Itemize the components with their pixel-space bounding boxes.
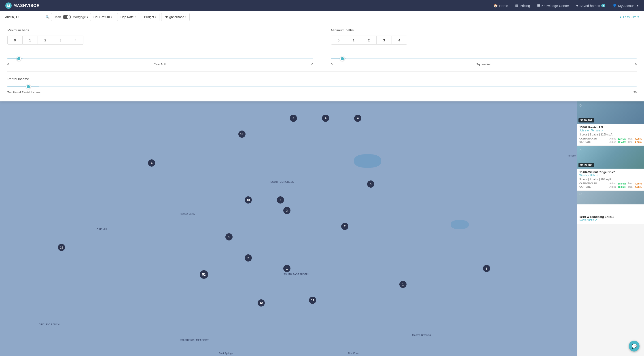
pricing-icon: ▦ [515,4,518,8]
cluster-4b[interactable]: 4 [322,115,329,122]
financing-toggle: Cash Mortgage ▾ [54,15,88,19]
trad-cap-1: 4.96% [635,141,642,143]
cluster-12[interactable]: 12 [258,299,265,306]
search-input[interactable] [5,15,44,19]
external-link-icon-2: ↗ [596,174,598,177]
airbnb-cap-1: 12.46% [618,141,626,143]
cluster-2a[interactable]: 2 [245,254,252,262]
rental-income-labels: Traditional Rental Income $0 [8,91,636,94]
trad-cap-2: 4.75% [635,186,642,188]
cluster-1b[interactable]: 1 [283,265,290,272]
sqft-labels: 0 Square feet 0 [331,63,636,66]
cap-rate-filter[interactable]: Cap Rate ▾ [117,13,139,21]
knowledge-icon: ☰ [537,4,540,8]
year-built-slider-container [8,56,313,61]
budget-filter[interactable]: Budget ▾ [141,13,160,21]
navbar: M MASHVISOR 🏠 Home ▦ Pricing ☰ Knowledge… [0,0,644,11]
beds-0-button[interactable]: 0 [8,36,22,45]
cluster-2b[interactable]: 2 [341,223,348,230]
search-box[interactable]: 🔍 [3,13,52,21]
cap-rate-values-2: Airbnb 10.86% Trad. 4.75% [610,186,642,188]
rental-income-fill [8,86,39,87]
cluster-3b[interactable]: 3 [283,207,290,214]
baths-2-button[interactable]: 2 [361,36,376,45]
cluster-1a[interactable]: 1 [226,233,232,241]
favorite-icon-2[interactable]: ♡ [579,148,582,152]
cluster-11[interactable]: 11 [309,297,316,304]
cluster-4a[interactable]: 4 [148,159,155,166]
cluster-9[interactable]: 9 [277,196,284,204]
chevron-down-icon: ▾ [637,4,639,8]
cluster-5[interactable]: 5 [367,181,374,188]
heart-nav-icon: ♥ [576,4,578,8]
map-label-southpark-meadows: SOUTHPARK MEADOWS [180,339,209,341]
cluster-52[interactable]: 52 [200,270,208,279]
beds-3-button[interactable]: 3 [53,36,68,45]
year-built-center-label: Year Built [154,63,166,66]
cluster-1c[interactable]: 1 [399,281,406,288]
property-neighborhood-1[interactable]: Johnston Terrace ↗ [580,129,642,132]
baths-0-button[interactable]: 0 [331,36,346,45]
cluster-10b[interactable]: 10 [245,196,252,204]
rental-income-thumb[interactable] [26,84,31,89]
airbnb-cap-2: 10.86% [618,186,626,188]
nav-menu: 🏠 Home ▦ Pricing ☰ Knowledge Center ♥ Sa… [494,4,639,8]
year-built-min-label: 0 [8,63,9,66]
cash-mortgage-toggle[interactable] [63,15,71,19]
baths-3-button[interactable]: 3 [376,36,392,45]
map-label-oak-hill: OAK HILL [96,228,108,231]
coc-row-2: CASH ON CASH Airbnb 10.86% Trad. 4.75% [580,182,642,185]
coc-row-1: CASH ON CASH Airbnb 12.46% Trad. 4.96% [580,137,642,140]
chevron-up-icon: ▲ [619,15,622,19]
beds-1-button[interactable]: 1 [22,36,38,45]
cap-rate-values-1: Airbnb 12.46% Trad. 4.96% [610,141,642,143]
coc-return-filter[interactable]: CoC Return ▾ [90,13,116,21]
nav-saved-homes[interactable]: ♥ Saved homes 8 [576,4,606,8]
property-card-1[interactable]: ♡ $189,999 15302 Parrish LN Johnston Ter… [577,101,644,145]
year-built-max-label: 0 [312,63,313,66]
baths-4-button[interactable]: 4 [392,36,407,45]
beds-2-button[interactable]: 2 [38,36,53,45]
cluster-10a[interactable]: 10 [238,130,246,138]
logo[interactable]: M MASHVISOR [5,3,40,9]
map-water-feature-2 [451,220,469,229]
beds-selector: 0 1 2 3 4 [8,36,313,45]
cluster-8[interactable]: 8 [483,265,490,272]
cluster-25[interactable]: 25 [58,244,65,251]
rental-income-label: Rental Income [8,77,636,81]
property-info-1: 15302 Parrish LN Johnston Terrace ↗ 3 be… [577,124,644,145]
coc-values-1: Airbnb 12.46% Trad. 4.96% [610,137,642,140]
year-built-thumb[interactable] [16,56,21,61]
less-filters-button[interactable]: ▲ Less Filters [617,14,641,20]
map-background[interactable]: OAK HILL SOUTH CONGRESS SOUTH EAST AUSTI… [0,101,644,356]
property-card-2[interactable]: ♡ $159,900 11404 Walnut Ridge Dr #7 Wind… [577,146,644,190]
filter-bar: 🔍 Cash Mortgage ▾ CoC Return ▾ Cap Rate … [0,11,644,23]
trad-rental-value: $0 [634,91,636,94]
sqft-thumb[interactable] [340,56,344,61]
filter-panel: Minimum beds 0 1 2 3 4 Minimum baths 0 1… [0,23,644,101]
map-label-bluff-springs: Bluff Springs [219,352,233,355]
neighborhood-filter[interactable]: Neighborhood ▾ [161,13,190,21]
min-baths-group: Minimum baths 0 1 2 3 4 [331,28,636,45]
chat-button[interactable]: 💬 [629,341,640,351]
rental-income-section: Rental Income Traditional Rental Income … [8,71,636,94]
favorite-icon-1[interactable]: ♡ [579,103,582,107]
airbnb-coc-1: 12.46% [618,137,626,140]
nav-home[interactable]: 🏠 Home [494,4,508,8]
cluster-4c[interactable]: 4 [354,115,361,122]
property-neighborhood-3[interactable]: North Austin ↗ [580,219,642,222]
beds-4-button[interactable]: 4 [68,36,84,45]
sqft-track [331,58,636,59]
baths-1-button[interactable]: 1 [346,36,361,45]
property-neighborhood-2[interactable]: Windsor Hills ↗ [580,174,642,177]
map-label-pilot-knob: Pilot Knob [348,352,359,355]
cluster-3[interactable]: 3 [290,115,297,122]
property-details-2: 3 beds | 2 baths | 963 sq.ft [580,178,642,181]
sqft-center-label: Square feet [476,63,491,66]
trad-coc-1: 4.96% [635,137,642,140]
nav-pricing[interactable]: ▦ Pricing [515,4,530,8]
property-card-3[interactable]: ♡ 1010 W Rundberg LN #18 North Austin ↗ [577,191,644,224]
nav-my-account[interactable]: 👤 My Account ▾ [612,4,639,8]
nav-knowledge-center[interactable]: ☰ Knowledge Center [537,4,569,8]
favorite-icon-3[interactable]: ♡ [579,193,582,197]
